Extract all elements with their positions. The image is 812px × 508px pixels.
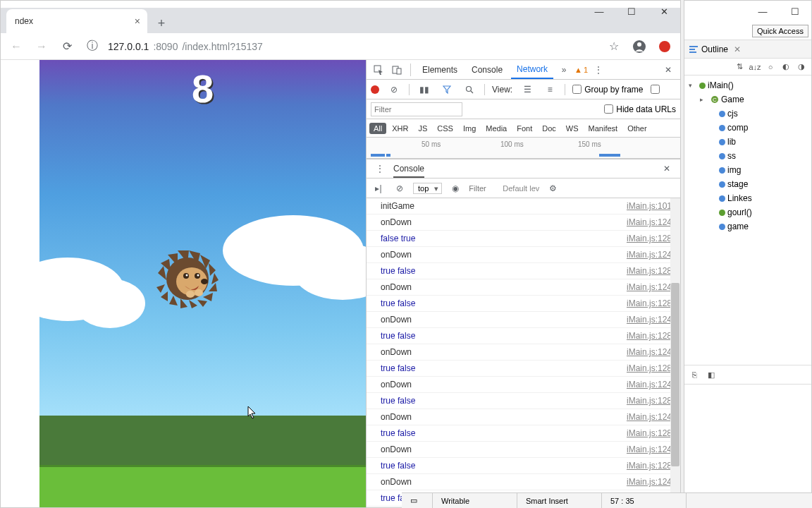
log-source-link[interactable]: iMain.js:124 bbox=[627, 411, 672, 423]
log-row[interactable]: true falseiMain.js:128 bbox=[367, 393, 680, 409]
tool-icon-1[interactable]: ⎘ bbox=[689, 369, 700, 380]
tab-close-icon[interactable]: × bbox=[135, 16, 140, 27]
log-source-link[interactable]: iMain.js:101 bbox=[627, 200, 672, 212]
tree-root[interactable]: ▾iMain() bbox=[684, 78, 811, 92]
console-close-icon[interactable]: ✕ bbox=[659, 161, 675, 176]
capture-screenshots-checkbox[interactable] bbox=[651, 85, 660, 94]
log-row[interactable]: false trueiMain.js:128 bbox=[367, 231, 680, 247]
back-button[interactable]: ← bbox=[6, 37, 26, 56]
log-source-link[interactable]: iMain.js:128 bbox=[627, 232, 672, 245]
tool-icon-2[interactable]: ◧ bbox=[706, 369, 717, 380]
log-row[interactable]: onDowniMain.js:124 bbox=[367, 344, 680, 361]
live-expression-icon[interactable]: ◉ bbox=[448, 181, 463, 196]
hide-local-icon[interactable]: ◑ bbox=[796, 61, 807, 73]
filter-xhr[interactable]: XHR bbox=[388, 123, 412, 134]
url-display[interactable]: 127.0.0.1:8090/index.html?15137 bbox=[108, 41, 263, 52]
log-row[interactable]: onDowniMain.js:124 bbox=[367, 312, 680, 328]
game-canvas[interactable]: 8 bbox=[39, 60, 366, 507]
filter-media[interactable]: Media bbox=[481, 123, 511, 134]
log-row[interactable]: onDowniMain.js:124 bbox=[367, 279, 680, 296]
quick-access-button[interactable]: Quick Access bbox=[752, 25, 808, 37]
tree-item[interactable]: Linkes bbox=[684, 191, 811, 205]
tree-item[interactable]: ss bbox=[684, 149, 811, 163]
log-source-link[interactable]: iMain.js:128 bbox=[627, 362, 672, 375]
filter-input[interactable] bbox=[371, 102, 462, 116]
log-row[interactable]: true falseiMain.js:128 bbox=[367, 296, 680, 312]
forward-button[interactable]: → bbox=[32, 37, 51, 56]
filter-manifest[interactable]: Manifest bbox=[584, 123, 622, 134]
outline-tree[interactable]: ▾iMain() ▸CGame cjscomplibssimgstageLink… bbox=[684, 75, 811, 365]
log-row[interactable]: onDowniMain.js:124 bbox=[367, 214, 680, 231]
log-row[interactable]: onDowniMain.js:124 bbox=[367, 442, 680, 458]
tab-console[interactable]: Console bbox=[466, 61, 508, 79]
console-drawer-title[interactable]: Console bbox=[393, 159, 424, 178]
log-source-link[interactable]: iMain.js:124 bbox=[627, 281, 672, 294]
filter-funnel-icon[interactable] bbox=[439, 82, 455, 97]
log-source-link[interactable]: iMain.js:128 bbox=[627, 459, 672, 472]
filter-ws[interactable]: WS bbox=[562, 123, 583, 134]
log-source-link[interactable]: iMain.js:124 bbox=[627, 216, 672, 229]
log-row[interactable]: onDowniMain.js:124 bbox=[367, 377, 680, 393]
az-icon[interactable]: a↓z bbox=[749, 61, 761, 73]
reload-button[interactable]: ⟳ bbox=[57, 37, 77, 56]
outline-close-icon[interactable]: ✕ bbox=[734, 44, 741, 54]
device-toolbar-icon[interactable] bbox=[389, 62, 405, 78]
more-tabs-icon[interactable]: » bbox=[556, 62, 572, 78]
log-source-link[interactable]: iMain.js:124 bbox=[627, 346, 672, 358]
tree-item[interactable]: stage bbox=[684, 177, 811, 191]
film-icon[interactable]: ▮▮ bbox=[417, 82, 432, 97]
log-source-link[interactable]: iMain.js:128 bbox=[627, 394, 672, 407]
log-row[interactable]: initGameiMain.js:101 bbox=[367, 198, 680, 214]
devtools-close-icon[interactable]: ✕ bbox=[660, 62, 676, 78]
log-source-link[interactable]: iMain.js:128 bbox=[627, 265, 672, 277]
tree-item[interactable]: img bbox=[684, 163, 811, 177]
site-info-icon[interactable]: ⓘ bbox=[82, 37, 102, 56]
filter-other[interactable]: Other bbox=[623, 123, 651, 134]
log-row[interactable]: true falseiMain.js:128 bbox=[367, 458, 680, 474]
filter-css[interactable]: CSS bbox=[433, 123, 457, 134]
log-source-link[interactable]: iMain.js:124 bbox=[627, 248, 672, 261]
tree-item[interactable]: lib bbox=[684, 135, 811, 149]
tree-item[interactable]: game bbox=[684, 219, 811, 234]
log-source-link[interactable]: iMain.js:124 bbox=[627, 378, 672, 391]
log-source-link[interactable]: iMain.js:128 bbox=[627, 427, 672, 440]
group-by-frame-checkbox[interactable]: Group by frame bbox=[572, 85, 643, 95]
console-sidebar-icon[interactable]: ▸| bbox=[371, 181, 386, 196]
clear-button[interactable]: ⊘ bbox=[386, 82, 402, 97]
maximize-button[interactable]: ☐ bbox=[615, 1, 648, 22]
ide-maximize-button[interactable]: ☐ bbox=[779, 1, 811, 22]
large-rows-icon[interactable]: ☰ bbox=[519, 82, 535, 97]
tree-node-game[interactable]: ▸CGame bbox=[684, 92, 811, 107]
log-level-select[interactable]: Default lev bbox=[503, 184, 539, 193]
tab-elements[interactable]: Elements bbox=[417, 61, 463, 79]
sort-icon[interactable]: ⇅ bbox=[734, 61, 745, 73]
waterfall-icon[interactable]: ≡ bbox=[542, 82, 558, 97]
filter-doc[interactable]: Doc bbox=[538, 123, 560, 134]
profile-icon[interactable] bbox=[629, 37, 649, 56]
log-row[interactable]: onDowniMain.js:124 bbox=[367, 409, 680, 425]
tree-item[interactable]: gourl() bbox=[684, 205, 811, 219]
status-unknown-icon[interactable]: ▭ bbox=[402, 493, 433, 508]
search-icon[interactable] bbox=[462, 82, 477, 97]
hide-static-icon[interactable]: ◐ bbox=[780, 61, 792, 73]
log-row[interactable]: true falseiMain.js:128 bbox=[367, 328, 680, 344]
log-source-link[interactable]: iMain.js:124 bbox=[627, 476, 672, 488]
devtools-menu-icon[interactable]: ⋮ bbox=[591, 62, 606, 78]
log-row[interactable]: true falseiMain.js:128 bbox=[367, 425, 680, 442]
inspect-element-icon[interactable] bbox=[371, 62, 386, 78]
log-row[interactable]: true falseiMain.js:128 bbox=[367, 263, 680, 279]
browser-tab[interactable]: ndex × bbox=[6, 9, 147, 33]
hide-fields-icon[interactable]: ○ bbox=[765, 61, 776, 73]
filter-js[interactable]: JS bbox=[414, 123, 431, 134]
log-row[interactable]: onDowniMain.js:124 bbox=[367, 247, 680, 263]
ide-minimize-button[interactable]: — bbox=[746, 1, 779, 22]
log-row[interactable]: onDowniMain.js:124 bbox=[367, 474, 680, 490]
console-scrollbar[interactable] bbox=[670, 198, 680, 507]
console-clear-icon[interactable]: ⊘ bbox=[392, 181, 407, 196]
record-button[interactable] bbox=[371, 85, 379, 94]
tab-network[interactable]: Network bbox=[511, 61, 553, 79]
log-row[interactable]: true falseiMain.js:128 bbox=[367, 361, 680, 377]
log-source-link[interactable]: iMain.js:128 bbox=[627, 297, 672, 310]
log-source-link[interactable]: iMain.js:124 bbox=[627, 313, 672, 326]
context-select[interactable]: top bbox=[413, 183, 442, 194]
